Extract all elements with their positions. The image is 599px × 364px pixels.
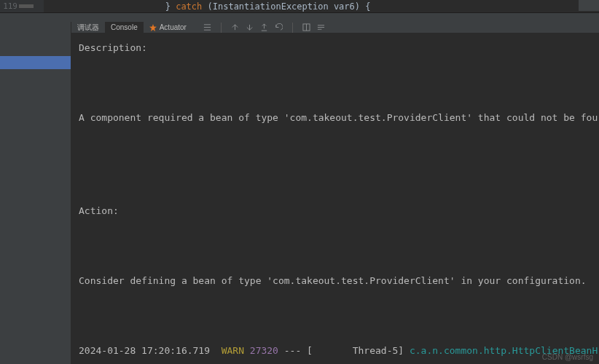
layout-icon[interactable] xyxy=(302,23,310,31)
console-line: Consider defining a bean of type 'com.ta… xyxy=(79,275,587,286)
list-icon[interactable] xyxy=(203,23,211,31)
editor-line-number: 119 xyxy=(0,0,44,12)
tab-actuator[interactable]: Actuator xyxy=(144,22,192,33)
debug-tabbar: 调试器 Console Actuator xyxy=(71,22,599,33)
tab-debugger[interactable]: 调试器 xyxy=(71,22,105,33)
log-timestamp: 2024-01-28 17:20:16.719 xyxy=(79,345,222,356)
editor-strip: 119 } catch (InstantiationException var6… xyxy=(0,0,599,13)
tab-console[interactable]: Console xyxy=(105,22,144,33)
debug-tool-window: 调试器 Console Actuator Description: A xyxy=(0,22,599,364)
upload-icon[interactable] xyxy=(260,23,268,31)
console-toolbar xyxy=(203,23,325,33)
wrap-icon[interactable] xyxy=(317,23,325,31)
log-level-warn: WARN xyxy=(222,345,244,356)
frames-selected-row[interactable] xyxy=(0,56,71,69)
console-line: Description: xyxy=(79,42,147,53)
editor-minimap xyxy=(579,0,599,11)
download-icon[interactable] xyxy=(246,23,254,31)
watermark: CSDN @wsrfsg xyxy=(542,353,593,361)
debug-frames-pane[interactable] xyxy=(0,22,71,364)
toolbar-divider xyxy=(292,23,293,33)
console-line: Action: xyxy=(79,205,119,216)
log-thread: --- [ Thread-5] xyxy=(278,345,410,356)
undo-icon[interactable] xyxy=(275,23,283,31)
export-up-icon[interactable] xyxy=(231,23,239,31)
actuator-icon xyxy=(149,24,157,31)
tool-window-separator xyxy=(0,13,599,22)
editor-code-fragment: } catch (InstantiationException var6) { xyxy=(44,1,370,12)
log-pid: 27320 xyxy=(244,345,278,356)
console-output[interactable]: Description: A component required a bean… xyxy=(71,33,599,364)
toolbar-divider xyxy=(221,23,222,33)
console-log-line: 2024-01-28 17:20:16.719 WARN 27320 --- [… xyxy=(79,345,598,356)
breakpoint-gutter-bar xyxy=(19,4,34,8)
console-line: A component required a bean of type 'com… xyxy=(79,112,598,123)
